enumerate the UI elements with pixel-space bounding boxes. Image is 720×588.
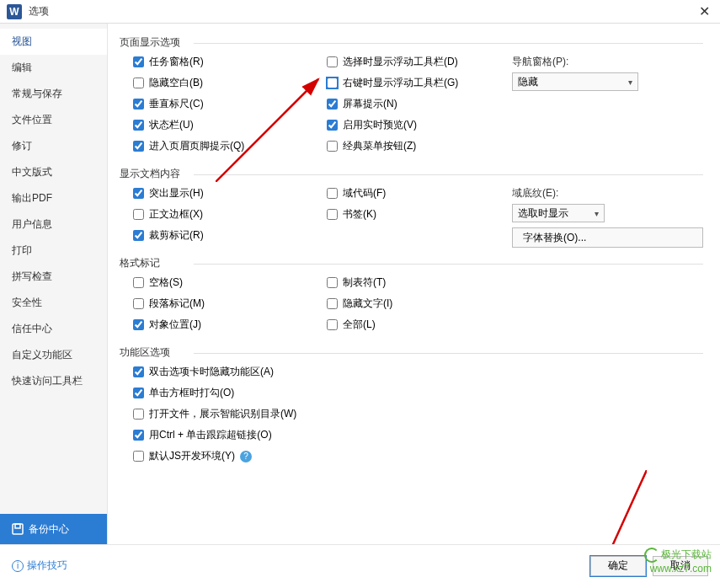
chk-live-preview[interactable]: 启用实时预览(V) (327, 118, 512, 132)
sidebar-item-view[interactable]: 视图 (0, 29, 107, 55)
footer: i 操作技巧 确定 取消 (0, 544, 720, 586)
field-shading-dropdown[interactable]: 选取时显示 (512, 204, 605, 222)
sidebar-item-trust-center[interactable]: 信任中心 (0, 316, 107, 342)
chk-spaces[interactable]: 空格(S) (133, 275, 327, 290)
chk-vertical-ruler[interactable]: 垂直标尺(C) (133, 97, 327, 111)
chk-status-bar[interactable]: 状态栏(U) (133, 118, 327, 132)
nav-pane-dropdown[interactable]: 隐藏 (512, 72, 638, 91)
chk-tabs[interactable]: 制表符(T) (327, 275, 512, 290)
sidebar-item-security[interactable]: 安全性 (0, 290, 107, 316)
chk-task-pane[interactable]: 任务窗格(R) (133, 55, 327, 69)
chk-paragraph-marks[interactable]: 段落标记(M) (133, 297, 327, 311)
backup-center-button[interactable]: 备份中心 (0, 514, 107, 544)
help-icon[interactable]: ? (240, 451, 252, 462)
chk-text-border[interactable]: 正文边框(X) (133, 207, 327, 222)
chk-highlight-display[interactable]: 突出显示(H) (133, 186, 327, 200)
sidebar-item-quick-access[interactable]: 快速访问工具栏 (0, 368, 107, 394)
chk-float-toolbar-select[interactable]: 选择时显示浮动工具栏(D) (327, 55, 512, 69)
cancel-button[interactable]: 取消 (653, 556, 708, 576)
sidebar-item-user-info[interactable]: 用户信息 (0, 211, 107, 238)
chk-object-position[interactable]: 对象位置(J) (133, 318, 327, 332)
section-title-ribbon-options: 功能区选项 (120, 345, 703, 360)
chk-hide-blank[interactable]: 隐藏空白(B) (133, 76, 327, 90)
tips-icon: i (12, 560, 24, 572)
chk-bookmarks[interactable]: 书签(K) (327, 207, 512, 222)
chk-all[interactable]: 全部(L) (327, 318, 512, 332)
annotation-arrow-2 (596, 470, 647, 544)
svg-line-3 (605, 470, 647, 544)
sidebar-items: 视图 编辑 常规与保存 文件位置 修订 中文版式 输出PDF 用户信息 打印 拼… (0, 24, 107, 514)
chk-ctrl-click-hyperlink[interactable]: 用Ctrl + 单击跟踪超链接(O) (133, 428, 703, 442)
app-icon: W (7, 4, 22, 19)
main: 视图 编辑 常规与保存 文件位置 修订 中文版式 输出PDF 用户信息 打印 拼… (0, 24, 720, 544)
sidebar-item-spellcheck[interactable]: 拼写检查 (0, 264, 107, 290)
sidebar-item-revision[interactable]: 修订 (0, 133, 107, 159)
chk-default-js-env[interactable]: 默认JS开发环境(Y)? (133, 449, 703, 463)
chk-dblclick-hide-ribbon[interactable]: 双击选项卡时隐藏功能区(A) (133, 365, 703, 379)
sidebar-item-chinese-layout[interactable]: 中文版式 (0, 159, 107, 185)
section-title-page-display: 页面显示选项 (120, 35, 703, 50)
chk-field-codes[interactable]: 域代码(F) (327, 186, 512, 200)
sidebar-item-file-location[interactable]: 文件位置 (0, 107, 107, 133)
backup-label: 备份中心 (29, 522, 69, 537)
chk-screen-tips[interactable]: 屏幕提示(N) (327, 97, 512, 111)
sidebar-item-print[interactable]: 打印 (0, 238, 107, 264)
sidebar-item-output-pdf[interactable]: 输出PDF (0, 185, 107, 211)
titlebar: W 选项 ✕ (0, 0, 720, 24)
sidebar-item-general-save[interactable]: 常规与保存 (0, 81, 107, 107)
svg-rect-1 (15, 524, 20, 528)
chk-header-footer-hint[interactable]: 进入页眉页脚提示(Q) (133, 139, 327, 153)
content: 页面显示选项 任务窗格(R) 隐藏空白(B) 垂直标尺(C) 状态栏(U) 进入… (108, 24, 720, 544)
sidebar-item-edit[interactable]: 编辑 (0, 55, 107, 81)
backup-icon (12, 523, 24, 535)
chk-open-smart-toc[interactable]: 打开文件，展示智能识别目录(W) (133, 407, 703, 421)
chk-classic-menu[interactable]: 经典菜单按钮(Z) (327, 139, 512, 153)
section-title-doc-content: 显示文档内容 (120, 167, 703, 181)
nav-pane-label: 导航窗格(P): (512, 55, 703, 69)
tips-link[interactable]: i 操作技巧 (12, 559, 67, 573)
chk-click-box-check[interactable]: 单击方框时打勾(O) (133, 386, 703, 400)
chk-hidden-text[interactable]: 隐藏文字(I) (327, 297, 512, 311)
sidebar-item-customize-ribbon[interactable]: 自定义功能区 (0, 342, 107, 368)
close-icon[interactable]: ✕ (696, 3, 713, 19)
font-replace-button[interactable]: 字体替换(O)... (512, 227, 703, 248)
field-shading-label: 域底纹(E): (512, 186, 703, 200)
section-title-format-marks: 格式标记 (120, 256, 703, 270)
sidebar: 视图 编辑 常规与保存 文件位置 修订 中文版式 输出PDF 用户信息 打印 拼… (0, 24, 108, 544)
window-title: 选项 (29, 4, 696, 19)
svg-rect-0 (13, 524, 23, 534)
chk-float-toolbar-rightclick[interactable]: 右键时显示浮动工具栏(G) (327, 76, 512, 90)
ok-button[interactable]: 确定 (590, 556, 646, 576)
chk-crop-marks[interactable]: 裁剪标记(R) (133, 228, 327, 243)
